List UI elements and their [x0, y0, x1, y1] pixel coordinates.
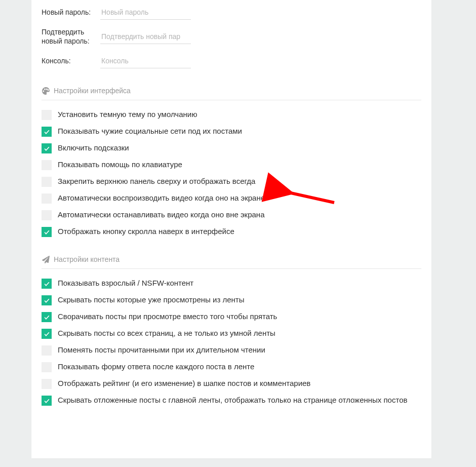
row-console: Консоль: — [42, 49, 421, 71]
console-input[interactable] — [100, 54, 191, 68]
checkbox-row-hide-viewed[interactable]: Скрывать посты которые уже просмотрены и… — [42, 292, 421, 308]
checkbox-row-show-rating-header[interactable]: Отображать рейтинг (и его изменение) в ш… — [42, 375, 421, 392]
section-title-content: Настройки контента — [54, 255, 120, 263]
checkbox-reply-form-after[interactable] — [42, 362, 52, 372]
checkbox-row-show-socials[interactable]: Показывать чужие социальные сети под их … — [42, 123, 421, 140]
checkbox-label-autopause-offscreen: Автоматически останавливать видео когда … — [58, 210, 264, 220]
checkbox-label-show-socials: Показывать чужие социальные сети под их … — [58, 126, 242, 136]
checkbox-label-dark-theme: Установить темную тему по умолчанию — [58, 109, 197, 120]
row-new-password: Новый пароль: — [42, 0, 421, 23]
checkbox-row-mark-read-long[interactable]: Поменять посты прочитанными при их длите… — [42, 342, 421, 359]
checkbox-list-interface: Установить темную тему по умолчаниюПоказ… — [42, 106, 421, 240]
label-console: Консоль: — [42, 57, 100, 66]
checkbox-row-collapse-viewed[interactable]: Сворачивать посты при просмотре вместо т… — [42, 308, 421, 325]
checkbox-row-nsfw[interactable]: Показывать взрослый / NSFW-контент — [42, 275, 421, 292]
checkbox-label-autoplay-onscreen: Автоматически воспроизводить видео когда… — [58, 193, 265, 203]
checkbox-autoplay-onscreen[interactable] — [42, 193, 52, 204]
checkbox-label-show-rating-header: Отображать рейтинг (и его изменение) в ш… — [58, 378, 310, 388]
checkbox-label-enable-tooltips: Включить подсказки — [58, 143, 129, 153]
checkbox-dark-theme[interactable] — [42, 110, 52, 120]
label-confirm-password: Подтвердить новый пароль: — [42, 28, 100, 46]
checkbox-mark-read-long[interactable] — [42, 345, 52, 356]
checkbox-row-scroll-top-button[interactable]: Отображать кнопку скролла наверх в интер… — [42, 223, 421, 240]
checkbox-row-dark-theme[interactable]: Установить темную тему по умолчанию — [42, 106, 421, 123]
section-heading-interface: Настройки интерфейса — [42, 87, 421, 100]
checkbox-show-rating-header[interactable] — [42, 379, 52, 389]
checkbox-row-hide-deferred[interactable]: Скрывать отложенные посты с главной лент… — [42, 392, 421, 409]
section-title-interface: Настройки интерфейса — [54, 87, 131, 95]
checkbox-label-hide-viewed: Скрывать посты которые уже просмотрены и… — [58, 295, 244, 305]
checkbox-collapse-viewed[interactable] — [42, 312, 52, 322]
checkbox-nsfw[interactable] — [42, 279, 52, 289]
page-root: Новый пароль: Подтвердить новый пароль: … — [0, 0, 476, 467]
new-password-input[interactable] — [100, 5, 191, 20]
settings-card: Новый пароль: Подтвердить новый пароль: … — [31, 0, 431, 458]
checkbox-list-content: Показывать взрослый / NSFW-контентСкрыва… — [42, 275, 421, 409]
paper-plane-icon — [42, 255, 50, 263]
checkbox-row-hide-all-pages[interactable]: Скрывать посты со всех страниц, а не тол… — [42, 325, 421, 342]
checkbox-label-mark-read-long: Поменять посты прочитанными при их длите… — [58, 345, 265, 355]
checkbox-row-autoplay-onscreen[interactable]: Автоматически воспроизводить видео когда… — [42, 190, 421, 207]
section-heading-content: Настройки контента — [42, 255, 421, 269]
checkbox-row-keyboard-help[interactable]: Показывать помощь по клавиатуре — [42, 157, 421, 173]
checkbox-row-pin-top-panel[interactable]: Закрепить верхнюю панель сверху и отобра… — [42, 173, 421, 190]
checkbox-label-scroll-top-button: Отображать кнопку скролла наверх в интер… — [58, 226, 234, 237]
palette-icon — [42, 87, 50, 95]
checkbox-label-keyboard-help: Показывать помощь по клавиатуре — [58, 160, 182, 170]
checkbox-scroll-top-button[interactable] — [42, 227, 52, 237]
checkbox-row-autopause-offscreen[interactable]: Автоматически останавливать видео когда … — [42, 207, 421, 223]
checkbox-autopause-offscreen[interactable] — [42, 210, 52, 220]
label-new-password: Новый пароль: — [42, 8, 100, 17]
checkbox-label-pin-top-panel: Закрепить верхнюю панель сверху и отобра… — [58, 176, 255, 186]
row-confirm-password: Подтвердить новый пароль: — [42, 23, 421, 49]
confirm-password-input[interactable] — [100, 29, 191, 44]
checkbox-label-reply-form-after: Показывать форму ответа после каждого по… — [58, 362, 254, 372]
checkbox-enable-tooltips[interactable] — [42, 143, 52, 153]
checkbox-label-collapse-viewed: Сворачивать посты при просмотре вместо т… — [58, 312, 277, 322]
checkbox-row-reply-form-after[interactable]: Показывать форму ответа после каждого по… — [42, 359, 421, 375]
checkbox-row-enable-tooltips[interactable]: Включить подсказки — [42, 140, 421, 157]
checkbox-show-socials[interactable] — [42, 127, 52, 137]
checkbox-hide-all-pages[interactable] — [42, 329, 52, 339]
checkbox-hide-viewed[interactable] — [42, 295, 52, 305]
checkbox-label-nsfw: Показывать взрослый / NSFW-контент — [58, 278, 193, 288]
checkbox-keyboard-help[interactable] — [42, 160, 52, 170]
checkbox-pin-top-panel[interactable] — [42, 177, 52, 187]
checkbox-hide-deferred[interactable] — [42, 396, 52, 406]
checkbox-label-hide-deferred: Скрывать отложенные посты с главной лент… — [58, 395, 407, 405]
checkbox-label-hide-all-pages: Скрывать посты со всех страниц, а не тол… — [58, 328, 275, 338]
